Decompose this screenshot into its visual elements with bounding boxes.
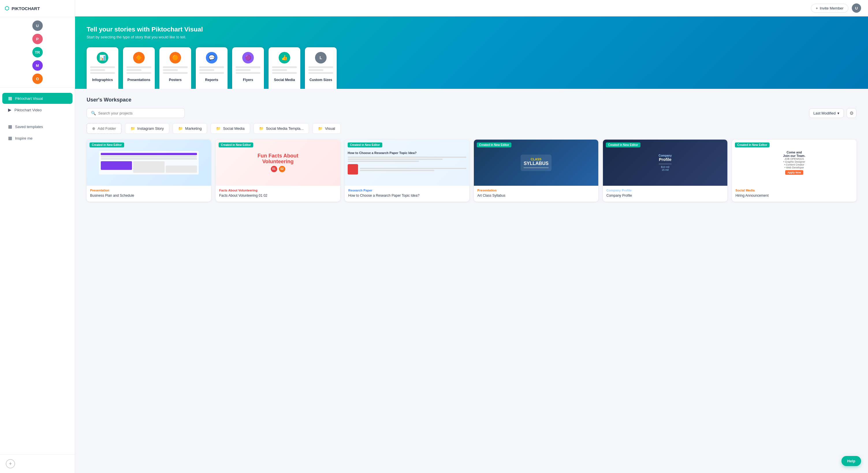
sort-dropdown[interactable]: Last Modified ▾ xyxy=(809,108,844,118)
project-type: Social Media xyxy=(736,189,853,192)
avatar-o[interactable]: O xyxy=(32,73,43,84)
project-type: Research Paper xyxy=(348,189,466,192)
hiring-content: Come andJoin our Team. JOB OPENINGS• Gra… xyxy=(781,148,808,177)
reports-lines xyxy=(199,66,224,74)
social-label: Social Media xyxy=(274,78,295,82)
project-name: Facts About Volunteering 01 02 xyxy=(219,193,337,198)
sidebar-item-inspire[interactable]: ▦ Inspire me xyxy=(2,133,72,144)
folder-icon: 📁 xyxy=(318,126,322,131)
sidebar-item-saved-label: Saved templates xyxy=(15,125,43,129)
volunteer-title: Fun Facts AboutVolunteering xyxy=(257,153,298,165)
topbar-user-avatar[interactable]: U xyxy=(852,3,861,13)
sidebar-item-video[interactable]: ▶ Piktochart Video xyxy=(2,104,72,115)
folder-instagram[interactable]: 📁 Instagram Story xyxy=(125,123,169,134)
line1 xyxy=(90,66,115,68)
project-thumb-research: Created in New Editor How to Choose a Re… xyxy=(345,140,469,186)
syllabus-title: CLASS xyxy=(524,158,548,161)
line3 xyxy=(163,72,188,74)
company-content: Company Profile $10 mil 15 mil xyxy=(656,151,675,174)
projects-grid: Created in New Editor Presentation xyxy=(87,140,857,202)
folder-marketing[interactable]: 📁 Marketing xyxy=(173,123,207,134)
invite-member-button[interactable]: + Invite Member xyxy=(811,4,848,13)
help-button[interactable]: Help xyxy=(841,456,861,466)
project-name: Business Plan and Schedule xyxy=(90,193,208,198)
sidebar-header: ⬡ PIKTOCHART xyxy=(0,0,75,17)
sidebar-item-visual[interactable]: ▦ Piktochart Visual xyxy=(2,93,72,104)
project-card-hiring[interactable]: Created in New Editor Come andJoin our T… xyxy=(732,140,857,202)
pres1-content xyxy=(99,151,199,174)
story-card-flyers[interactable]: 🟣 Flyers xyxy=(232,47,264,89)
line1 xyxy=(199,66,224,68)
project-card-company[interactable]: Created in New Editor Company Profile $1… xyxy=(603,140,727,202)
avatar-u[interactable]: U xyxy=(32,21,43,31)
presentations-icon: 🔶 xyxy=(133,52,145,63)
folder-visual[interactable]: 📁 Visual xyxy=(312,123,340,134)
folder-marketing-label: Marketing xyxy=(185,126,202,131)
sidebar-item-inspire-label: Inspire me xyxy=(15,136,33,140)
settings-button[interactable]: ⚙ xyxy=(847,108,857,118)
project-thumb-volunteering: Created in New Editor Fun Facts AboutVol… xyxy=(216,140,340,186)
story-card-infographics[interactable]: 📊 Infographics xyxy=(87,47,118,89)
sidebar-item-saved[interactable]: ▦ Saved templates xyxy=(2,121,72,132)
project-thumb-syllabus: Created in New Editor CLASS SYLLABUS xyxy=(474,140,598,186)
folder-social[interactable]: 📁 Social Media xyxy=(211,123,250,134)
num-02: 02 xyxy=(279,166,285,172)
invite-label: Invite Member xyxy=(820,6,843,10)
company-sub: Profile xyxy=(659,157,672,162)
line3 xyxy=(126,72,151,74)
story-card-custom[interactable]: L Custom Sizes xyxy=(305,47,337,89)
line2 xyxy=(199,69,214,71)
project-card-business-plan[interactable]: Created in New Editor Presentation xyxy=(87,140,211,202)
chevron-down-icon: ▾ xyxy=(837,111,839,115)
project-badge: Created in New Editor xyxy=(735,142,770,147)
posters-lines xyxy=(163,66,188,74)
add-workspace-button[interactable]: + xyxy=(6,459,15,468)
social-lines xyxy=(272,66,297,74)
story-card-social[interactable]: 👍 Social Media xyxy=(269,47,300,89)
add-folder-icon: ⊕ xyxy=(92,126,95,131)
line2 xyxy=(272,69,287,71)
reports-label: Reports xyxy=(205,78,218,82)
syllabus-sub: SYLLABUS xyxy=(524,161,548,166)
infographics-icon: 📊 xyxy=(97,52,108,63)
sort-label: Last Modified xyxy=(813,111,836,115)
folder-icon: 📁 xyxy=(216,126,221,131)
workspace-title: User's Workspace xyxy=(87,97,857,103)
plus-icon: + xyxy=(816,6,818,10)
sidebar-add: + xyxy=(0,454,75,473)
avatar-p[interactable]: P xyxy=(32,34,43,44)
project-type: Presentation xyxy=(90,189,208,192)
line2 xyxy=(163,69,178,71)
gear-icon: ⚙ xyxy=(849,110,854,116)
topbar-avatar-label: U xyxy=(855,6,858,10)
project-card-volunteering[interactable]: Created in New Editor Fun Facts AboutVol… xyxy=(216,140,340,202)
story-types-row: 📊 Infographics 🔶 Presentations xyxy=(87,47,857,89)
folder-social-template-label: Social Media Templa... xyxy=(266,126,304,131)
project-type: Company Profile xyxy=(607,189,724,192)
folder-social-template[interactable]: 📁 Social Media Templa... xyxy=(253,123,309,134)
folder-icon: 📁 xyxy=(178,126,183,131)
project-type: Presentation xyxy=(477,189,595,192)
custom-label: Custom Sizes xyxy=(310,78,332,82)
add-folder-button[interactable]: ⊕ Add Folder xyxy=(87,123,122,134)
project-card-research[interactable]: Created in New Editor How to Choose a Re… xyxy=(345,140,469,202)
avatar-list: U P TR M O xyxy=(0,17,75,88)
infographics-label: Infographics xyxy=(92,78,113,82)
project-card-syllabus[interactable]: Created in New Editor CLASS SYLLABUS Pre… xyxy=(474,140,598,202)
pres1-line2 xyxy=(101,158,197,160)
avatar-m[interactable]: M xyxy=(32,60,43,71)
avatar-tr[interactable]: TR xyxy=(32,47,43,57)
project-info-business-plan: Presentation Business Plan and Schedule xyxy=(87,186,211,202)
story-card-posters[interactable]: 🟠 Posters xyxy=(159,47,191,89)
sidebar-item-video-label: Piktochart Video xyxy=(14,108,41,112)
line1 xyxy=(236,66,260,68)
story-card-presentations[interactable]: 🔶 Presentations xyxy=(123,47,155,89)
custom-lines xyxy=(308,66,333,74)
folders-row: ⊕ Add Folder 📁 Instagram Story 📁 Marketi… xyxy=(87,123,857,134)
search-input[interactable] xyxy=(98,111,181,115)
line3 xyxy=(199,72,224,74)
story-card-reports[interactable]: 💬 Reports xyxy=(196,47,227,89)
search-box: 🔍 xyxy=(87,108,185,118)
line3 xyxy=(90,72,115,74)
logo-text: PIKTOCHART xyxy=(11,6,40,11)
